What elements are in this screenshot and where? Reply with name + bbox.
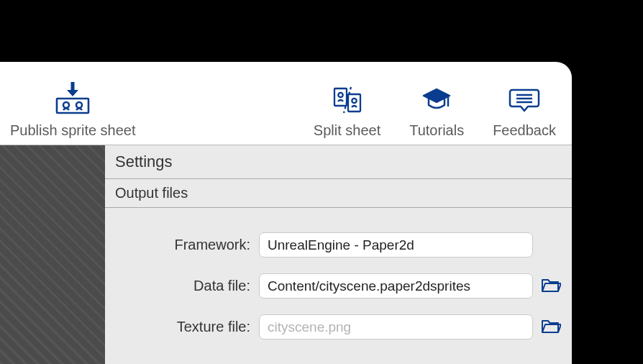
svg-point-1 — [63, 102, 69, 108]
split-sheet-button[interactable]: Split sheet — [311, 86, 383, 139]
feedback-button[interactable]: Feedback — [490, 86, 559, 139]
app-window: Publish sprite sheet — [0, 62, 572, 364]
graduation-cap-icon — [421, 86, 452, 118]
svg-point-2 — [76, 102, 82, 108]
datafile-row: Data file: — [114, 273, 563, 299]
content-area: Settings Output files Framework: Data fi… — [0, 145, 572, 364]
svg-rect-0 — [57, 99, 88, 113]
texturefile-input[interactable] — [259, 314, 533, 340]
datafile-browse-button[interactable] — [539, 274, 563, 299]
framework-row: Framework: — [114, 232, 563, 258]
texturefile-label: Texture file: — [114, 319, 259, 335]
tutorials-label: Tutorials — [409, 122, 464, 139]
svg-point-7 — [352, 99, 356, 103]
split-label: Split sheet — [314, 122, 380, 139]
settings-panel: Settings Output files Framework: Data fi… — [105, 145, 572, 364]
publish-label: Publish sprite sheet — [10, 122, 136, 139]
sprite-preview-area — [0, 145, 105, 364]
texturefile-row: Texture file: — [114, 314, 563, 340]
folder-icon — [541, 276, 561, 296]
split-icon — [332, 86, 363, 118]
datafile-input[interactable] — [259, 273, 533, 299]
publish-icon — [55, 81, 91, 118]
svg-point-5 — [338, 93, 342, 97]
publish-sprite-sheet-button[interactable]: Publish sprite sheet — [7, 81, 139, 139]
settings-title: Settings — [105, 145, 572, 179]
feedback-icon — [509, 86, 540, 118]
datafile-label: Data file: — [114, 278, 259, 294]
output-files-header: Output files — [105, 179, 572, 208]
folder-icon — [541, 317, 561, 337]
svg-rect-3 — [71, 82, 75, 91]
feedback-label: Feedback — [493, 122, 556, 139]
framework-label: Framework: — [114, 237, 259, 253]
output-fields: Framework: Data file: — [105, 208, 572, 364]
toolbar: Publish sprite sheet — [0, 62, 572, 145]
tutorials-button[interactable]: Tutorials — [406, 86, 467, 139]
framework-select[interactable] — [259, 232, 533, 258]
texturefile-browse-button[interactable] — [539, 315, 563, 340]
